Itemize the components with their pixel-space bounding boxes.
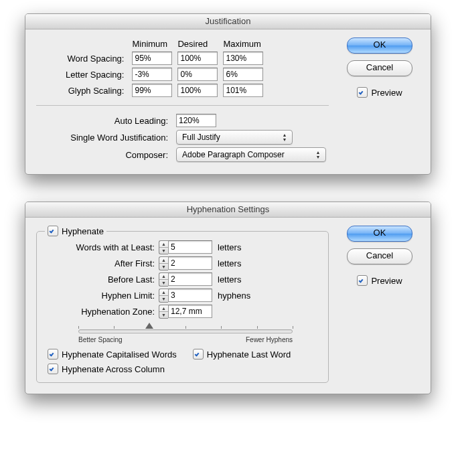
glyph-scaling-des[interactable] — [177, 84, 218, 97]
glyph-scaling-min[interactable] — [132, 84, 172, 97]
hyphen-limit-unit: hyphens — [218, 291, 250, 301]
letter-spacing-min[interactable] — [132, 68, 172, 81]
dialog-title: Hyphenation Settings — [25, 202, 431, 218]
column-maximum: Maximum — [220, 37, 266, 50]
preview-checkbox[interactable]: Preview — [357, 87, 402, 98]
single-word-select[interactable]: Full Justify — [176, 130, 293, 145]
column-minimum: Minimum — [129, 37, 175, 50]
dialog-title: Justification — [25, 14, 431, 29]
hyphen-limit-label: Hyphen Limit: — [45, 291, 159, 301]
letter-spacing-label: Letter Spacing: — [63, 66, 129, 82]
words-at-least-stepper[interactable]: ▲▼ — [159, 240, 212, 254]
checkbox-icon — [357, 87, 368, 98]
stepper-arrows-icon[interactable]: ▲▼ — [159, 240, 168, 254]
slider-thumb-icon[interactable] — [145, 323, 153, 329]
hyphen-limit-stepper[interactable]: ▲▼ — [159, 289, 212, 303]
words-at-least-unit: letters — [218, 242, 241, 252]
glyph-scaling-label: Glyph Scaling: — [63, 82, 129, 98]
composer-select[interactable]: Adobe Paragraph Composer — [176, 147, 326, 162]
hyphenate-across-column-checkbox[interactable]: Hyphenate Across Column — [48, 364, 165, 374]
hyphenation-zone-label: Hyphenation Zone: — [45, 307, 159, 317]
hyphenation-zone-input[interactable] — [168, 305, 212, 318]
ok-button[interactable]: OK — [347, 37, 412, 54]
separator — [36, 105, 329, 106]
ok-button[interactable]: OK — [347, 226, 412, 242]
before-last-stepper[interactable]: ▲▼ — [159, 272, 212, 287]
after-first-input[interactable] — [168, 256, 212, 270]
stepper-arrows-icon[interactable]: ▲▼ — [159, 272, 168, 287]
stepper-arrows-icon[interactable]: ▲▼ — [159, 256, 168, 270]
auto-leading-input[interactable] — [176, 114, 216, 127]
stepper-arrows-icon[interactable]: ▲▼ — [159, 289, 168, 303]
before-last-unit: letters — [218, 274, 241, 285]
hyphenation-slider[interactable] — [78, 325, 293, 335]
glyph-scaling-max[interactable] — [223, 84, 263, 97]
hyphenate-capitalised-checkbox[interactable]: Hyphenate Capitalised Words — [48, 349, 177, 360]
chevron-updown-icon — [280, 133, 289, 142]
column-desired: Desired — [175, 37, 220, 50]
before-last-input[interactable] — [168, 272, 212, 286]
composer-label: Composer: — [43, 146, 173, 163]
preview-checkbox[interactable]: Preview — [357, 275, 402, 286]
hyphenate-last-word-checkbox[interactable]: Hyphenate Last Word — [193, 349, 291, 360]
cancel-button[interactable]: Cancel — [347, 248, 412, 264]
single-word-label: Single Word Justification: — [43, 129, 173, 146]
words-at-least-label: Words with at Least: — [45, 242, 159, 252]
checkbox-icon — [48, 226, 58, 236]
letter-spacing-max[interactable] — [223, 68, 263, 81]
before-last-label: Before Last: — [45, 274, 159, 285]
after-first-unit: letters — [218, 258, 241, 268]
word-spacing-label: Word Spacing: — [63, 50, 129, 66]
slider-right-label: Fewer Hyphens — [246, 336, 293, 343]
word-spacing-max[interactable] — [223, 52, 263, 65]
chevron-updown-icon — [313, 150, 323, 159]
after-first-label: After First: — [45, 258, 159, 268]
checkbox-icon — [357, 275, 368, 286]
words-at-least-input[interactable] — [168, 240, 212, 254]
hyphen-limit-input[interactable] — [168, 289, 212, 302]
checkbox-icon — [48, 364, 58, 374]
justification-dialog: Justification Minimum Desired Maximum Wo… — [25, 13, 431, 175]
letter-spacing-des[interactable] — [177, 68, 218, 81]
word-spacing-des[interactable] — [177, 52, 218, 65]
auto-leading-label: Auto Leading: — [43, 112, 173, 129]
after-first-stepper[interactable]: ▲▼ — [159, 256, 212, 270]
hyphenation-dialog: Hyphenation Settings Hyphenate Words wit… — [25, 202, 431, 394]
stepper-arrows-icon[interactable]: ▲▼ — [159, 305, 168, 319]
slider-left-label: Better Spacing — [78, 336, 123, 343]
hyphenation-zone-stepper[interactable]: ▲▼ — [159, 305, 212, 319]
hyphenate-checkbox[interactable]: Hyphenate — [48, 226, 104, 236]
cancel-button[interactable]: Cancel — [347, 60, 412, 76]
checkbox-icon — [193, 349, 204, 360]
checkbox-icon — [48, 349, 58, 360]
hyphenate-group: Hyphenate Words with at Least: ▲▼ letter… — [36, 231, 329, 383]
word-spacing-min[interactable] — [132, 52, 172, 65]
